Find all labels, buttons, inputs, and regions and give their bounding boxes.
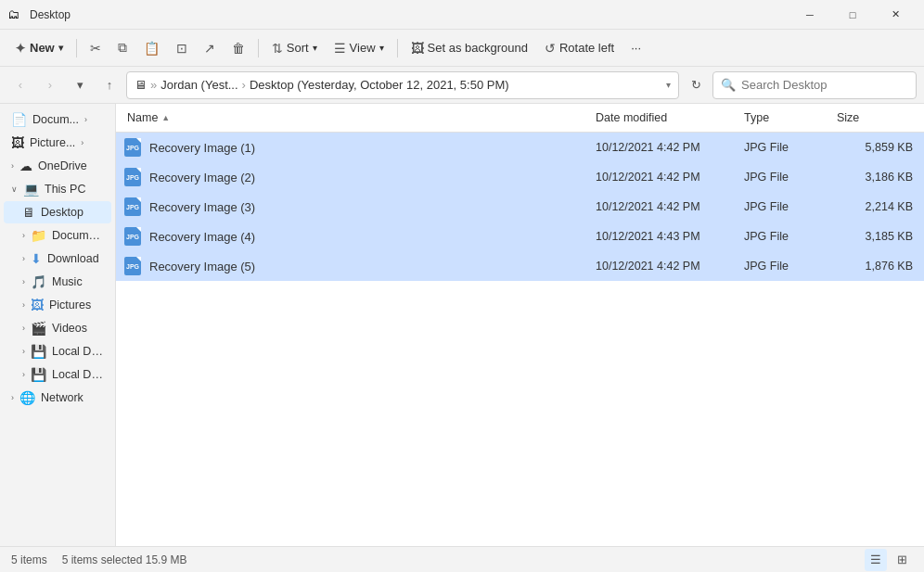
list-view-icon: ☰ bbox=[870, 553, 881, 566]
window-controls: ─ □ ✕ bbox=[789, 0, 917, 30]
toolbar: ✦ New ▾ ✂ ⧉ 📋 ⊡ ↗ 🗑 ⇅ Sort ▾ ☰ View ▾ 🖼 … bbox=[0, 30, 924, 67]
recent-locations-button[interactable]: ▾ bbox=[67, 72, 93, 98]
chevron-right-icon: › bbox=[81, 138, 83, 147]
file-size: 3,186 KB bbox=[833, 167, 917, 187]
forward-button[interactable]: › bbox=[37, 72, 63, 98]
toolbar-sep-2 bbox=[258, 39, 259, 57]
sidebar-item-desktop[interactable]: 🖥 Desktop bbox=[4, 201, 111, 223]
status-right: ☰ ⊞ bbox=[865, 549, 913, 571]
picture-icon: 🖼 bbox=[11, 135, 24, 150]
sidebar-item-label: Download bbox=[47, 252, 99, 265]
toolbar-sep-3 bbox=[397, 39, 398, 57]
set-background-label: Set as background bbox=[428, 41, 528, 55]
share-icon: ↗ bbox=[204, 41, 215, 56]
file-name: Recovery Image (4) bbox=[149, 230, 255, 244]
sidebar-item-local-disk-c[interactable]: › 💾 Local Disk bbox=[4, 340, 111, 362]
status-left: 5 items 5 items selected 15.9 MB bbox=[11, 553, 186, 566]
grid-view-icon: ⊞ bbox=[897, 553, 907, 566]
sidebar-item-local-disk-d[interactable]: › 💾 Local Disk bbox=[4, 363, 111, 386]
col-name-label: Name bbox=[127, 111, 158, 124]
search-box[interactable]: 🔍 bbox=[712, 71, 917, 99]
jpg-file-icon: JPG bbox=[124, 257, 141, 275]
sidebar-item-label: Documen... bbox=[52, 229, 104, 242]
maximize-button[interactable]: □ bbox=[831, 0, 874, 30]
delete-icon: 🗑 bbox=[232, 41, 245, 56]
new-label: New bbox=[30, 41, 55, 55]
minimize-button[interactable]: ─ bbox=[789, 0, 831, 30]
downloads-icon: ⬇ bbox=[31, 251, 42, 266]
file-name-cell: JPG Recovery Image (3) bbox=[123, 194, 592, 220]
cut-button[interactable]: ✂ bbox=[83, 37, 109, 59]
copy-icon: ⧉ bbox=[118, 40, 127, 56]
sidebar-item-label: Music bbox=[52, 275, 83, 288]
sidebar-item-label: Local Disk bbox=[52, 368, 104, 381]
table-row[interactable]: JPG Recovery Image (4) 10/12/2021 4:43 P… bbox=[116, 222, 924, 251]
column-name[interactable]: Name ▲ bbox=[123, 108, 592, 128]
chevron-right-icon: › bbox=[22, 254, 25, 263]
paste-button[interactable]: 📋 bbox=[136, 37, 167, 59]
pictures-icon: 🖼 bbox=[31, 298, 44, 312]
sidebar-item-videos[interactable]: › 🎬 Videos bbox=[4, 317, 111, 339]
rename-icon: ⊡ bbox=[176, 41, 187, 56]
col-date-label: Date modified bbox=[596, 111, 667, 124]
refresh-button[interactable]: ↻ bbox=[683, 72, 709, 98]
sort-button[interactable]: ⇅ Sort ▾ bbox=[264, 37, 325, 59]
sort-label: Sort bbox=[287, 41, 309, 55]
dropdown-icon: ▾ bbox=[77, 78, 83, 92]
chevron-right-icon: › bbox=[22, 231, 25, 240]
chevron-right-icon: › bbox=[11, 393, 14, 402]
delete-button[interactable]: 🗑 bbox=[225, 37, 252, 59]
address-box[interactable]: 🖥 » Jordan (Yest... › Desktop (Yesterday… bbox=[126, 71, 679, 99]
sidebar-item-this-pc[interactable]: ∨ 💻 This PC bbox=[4, 178, 111, 200]
rename-button[interactable]: ⊡ bbox=[169, 37, 195, 59]
sidebar-item-documents[interactable]: › 📁 Documen... bbox=[4, 224, 111, 247]
view-chevron-icon: ▾ bbox=[379, 43, 384, 53]
sidebar-item-label: Docum... bbox=[32, 113, 79, 126]
sidebar-item-label: Desktop bbox=[41, 206, 83, 219]
share-button[interactable]: ↗ bbox=[197, 37, 223, 59]
table-row[interactable]: JPG Recovery Image (2) 10/12/2021 4:42 P… bbox=[116, 162, 924, 192]
column-date[interactable]: Date modified bbox=[592, 108, 740, 128]
sidebar-item-network[interactable]: › 🌐 Network bbox=[4, 387, 111, 409]
view-button[interactable]: ☰ View ▾ bbox=[327, 37, 391, 59]
file-type: JPG File bbox=[740, 256, 833, 276]
more-button[interactable]: ··· bbox=[623, 37, 648, 58]
list-view-button[interactable]: ☰ bbox=[865, 549, 887, 571]
address-chevron-icon: ▾ bbox=[666, 80, 671, 90]
grid-view-button[interactable]: ⊞ bbox=[891, 549, 913, 571]
table-row[interactable]: JPG Recovery Image (1) 10/12/2021 4:42 P… bbox=[116, 133, 924, 162]
sidebar-item-pictures-pin[interactable]: 🖼 Picture... › bbox=[4, 132, 111, 154]
sidebar-item-music[interactable]: › 🎵 Music bbox=[4, 271, 111, 293]
breadcrumb-current: Desktop (Yesterday, October 12, 2021, 5:… bbox=[250, 78, 509, 92]
back-button[interactable]: ‹ bbox=[7, 72, 33, 98]
table-row[interactable]: JPG Recovery Image (5) 10/12/2021 4:42 P… bbox=[116, 251, 924, 281]
sidebar-item-downloads[interactable]: › ⬇ Download bbox=[4, 248, 111, 270]
sidebar-item-label: Videos bbox=[52, 322, 87, 335]
search-icon: 🔍 bbox=[721, 78, 736, 92]
chevron-right-icon: › bbox=[22, 347, 25, 356]
column-size[interactable]: Size bbox=[833, 108, 917, 128]
new-button[interactable]: ✦ New ▾ bbox=[7, 37, 71, 59]
set-background-button[interactable]: 🖼 Set as background bbox=[404, 37, 535, 59]
breadcrumb-sep-2: › bbox=[242, 78, 246, 92]
sidebar-item-documents-pin[interactable]: 📄 Docum... › bbox=[4, 108, 111, 131]
column-type[interactable]: Type bbox=[740, 108, 833, 128]
sidebar-item-onedrive[interactable]: › ☁ OneDrive bbox=[4, 155, 111, 177]
copy-button[interactable]: ⧉ bbox=[110, 36, 135, 59]
file-name: Recovery Image (5) bbox=[149, 260, 255, 273]
file-icon: JPG bbox=[123, 257, 142, 275]
background-icon: 🖼 bbox=[411, 41, 424, 56]
view-icon: ☰ bbox=[334, 41, 346, 56]
chevron-right-icon: › bbox=[11, 161, 14, 171]
rotate-left-button[interactable]: ↺ Rotate left bbox=[537, 37, 622, 59]
sidebar-item-pictures[interactable]: › 🖼 Pictures bbox=[4, 294, 111, 316]
more-label: ··· bbox=[631, 41, 641, 55]
documents-icon: 📁 bbox=[31, 228, 46, 243]
file-date: 10/12/2021 4:42 PM bbox=[592, 137, 740, 158]
file-type: JPG File bbox=[740, 137, 833, 158]
up-button[interactable]: ↑ bbox=[96, 72, 122, 98]
search-input[interactable] bbox=[741, 78, 908, 92]
table-row[interactable]: JPG Recovery Image (3) 10/12/2021 4:42 P… bbox=[116, 192, 924, 222]
close-button[interactable]: ✕ bbox=[874, 0, 917, 30]
cut-icon: ✂ bbox=[90, 41, 101, 56]
